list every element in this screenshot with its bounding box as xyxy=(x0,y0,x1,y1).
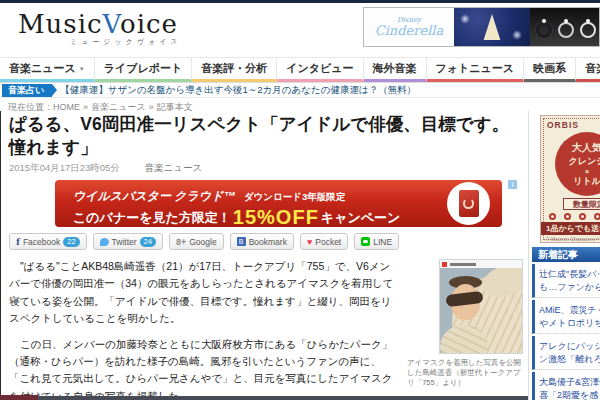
bottom-partial-banner xyxy=(38,396,528,400)
cinderella-title: Cinderella xyxy=(375,23,443,38)
ad-info-icon[interactable]: i xyxy=(508,180,517,189)
article-category-link[interactable]: 音楽ニュース xyxy=(145,162,203,173)
orbis-ad-banner[interactable]: ORBIS 大人気 クレンジ × リトル 数量限定 1品からでも送料無料 © M… xyxy=(540,115,600,243)
flower-illustration xyxy=(549,213,600,220)
ring-gem xyxy=(564,19,568,23)
nav-tab-overseas-music[interactable]: 海外音楽 xyxy=(364,58,427,82)
line-icon xyxy=(361,237,370,246)
orbis-circle-text: リトル xyxy=(555,175,600,188)
latest-article-line: AMiE、震災チャリティラ xyxy=(539,304,600,317)
twitter-share-count: 24 xyxy=(140,237,156,247)
pocket-icon: ♥ xyxy=(307,237,312,247)
nav-tab-movie[interactable]: 映画系 xyxy=(524,58,576,82)
latest-article-line: ン激怒「離れろ」 2015 xyxy=(539,353,600,366)
twitter-label: Twitter xyxy=(112,237,137,247)
cinderella-ad-banner[interactable]: Disney Cinderella xyxy=(363,7,600,47)
facebook-label: Facebook xyxy=(23,237,60,247)
silver-ring xyxy=(580,22,596,38)
ticker-headline-link[interactable]: 【健康運】サザンの名盤から導き出す今後1～2カ月のあなたの健康運は？（無料） xyxy=(60,84,416,97)
ad-offer-text: 15%OFF xyxy=(233,206,319,227)
ad-banner-area: ウイルスバスター クラウド™ ダウンロード3年版限定 このバナーを見た方限定！ … xyxy=(55,180,517,230)
ring-gem xyxy=(586,19,590,23)
facebook-share-button[interactable]: f Facebook 22 xyxy=(9,233,87,250)
site-logo-title: MusicVoice xyxy=(18,9,181,39)
nav-tab-label: 音楽ニュース xyxy=(9,61,76,76)
nav-tab-label: 音楽評・分析 xyxy=(201,61,267,76)
site-header: MusicVoice ミュージックヴォイス Disney Cinderella xyxy=(0,3,600,57)
facebook-icon: f xyxy=(16,237,20,247)
nav-tab-label: 映画系 xyxy=(533,61,566,76)
latest-article-line: も…ファンからは好反応 xyxy=(539,281,600,294)
article-main-column: ぱるる、V6岡田准一リスペクト「アイドルで俳優、目標です。憧れます」 2015年… xyxy=(1,111,528,400)
flower-decor xyxy=(594,213,600,220)
app-username-text xyxy=(450,263,476,266)
nav-tab-review-analysis[interactable]: 音楽評・分析 xyxy=(192,58,277,82)
latest-article-line: 大島優子&宮澤佐江の" xyxy=(539,376,600,389)
orbis-circle-text: クレンジ xyxy=(555,155,600,168)
ring-gem xyxy=(542,19,546,23)
rings-image xyxy=(530,8,599,46)
logo-text: oice xyxy=(120,9,178,39)
main-navigation: 音楽ニュース ▼ ライブレポート 音楽評・分析 インタビュー 海外音楽 フォトニ… xyxy=(0,57,600,83)
app-755-logo xyxy=(442,262,447,267)
article-body: アイマスクを着用した写真を公開した島崎遥香（新世代トークアプリ「755」より） … xyxy=(9,258,528,400)
twitter-share-button[interactable]: Twitter 24 xyxy=(93,233,163,250)
nav-tab-music-news[interactable]: 音楽ニュース ▼ xyxy=(0,58,95,82)
fortune-badge[interactable]: 音楽占い xyxy=(2,84,52,97)
flower-decor xyxy=(549,213,556,220)
orbis-campaign-circle: 大人気 クレンジ × リトル xyxy=(555,132,600,196)
virus-buster-ad-banner[interactable]: ウイルスバスター クラウド™ ダウンロード3年版限定 このバナーを見た方限定！ … xyxy=(55,180,502,227)
article-meta: 2015年04月17日23時05分 音楽ニュース xyxy=(9,162,528,175)
google-plus-icon: 8+ xyxy=(176,237,186,247)
ad-cta-suffix: キャンペーン xyxy=(321,209,401,227)
latest-article-item[interactable]: 大島優子&宮澤佐江の" 喜「2期愛を感じるね」 xyxy=(532,372,600,400)
article-photo[interactable] xyxy=(439,259,523,354)
flower-decor xyxy=(579,213,586,220)
bookmark-button[interactable]: B Bookmark xyxy=(230,233,294,250)
site-logo[interactable]: MusicVoice ミュージックヴォイス xyxy=(18,9,181,47)
orbis-limited-ribbon: 数量限定 xyxy=(563,198,600,210)
nav-tab-label: インタビュー xyxy=(286,61,353,76)
orbis-shipping-banner: 1品からでも送料無料 xyxy=(541,222,600,235)
site-logo-subtitle: ミュージックヴォイス xyxy=(70,37,181,47)
nav-tab-live-report[interactable]: ライブレポート xyxy=(95,58,193,82)
nav-tab-photo-news[interactable]: フォトニュース xyxy=(427,58,525,82)
orbis-circle-text: × xyxy=(555,168,600,175)
content-layout: ぱるる、V6岡田准一リスペクト「アイドルで俳優、目標です。憧れます」 2015年… xyxy=(0,111,600,400)
line-share-button[interactable]: LINE xyxy=(354,233,399,250)
nav-tab-label: 海外音楽 xyxy=(373,61,417,76)
latest-article-item[interactable]: 辻仁成"長髪バッサリ" も…ファンからは好反応 xyxy=(532,264,600,298)
ad-banner-line2: このバナーを見た方限定！ 15%OFF キャンペーン xyxy=(73,206,502,227)
nav-tab-interview[interactable]: インタビュー xyxy=(277,58,363,82)
browser-viewport: MusicVoice ミュージックヴォイス Disney Cinderella xyxy=(0,0,600,400)
flower-decor xyxy=(564,213,571,220)
orbis-copyright: © Moomin Characters™ xyxy=(546,236,600,242)
news-ticker: 音楽占い 【健康運】サザンの名盤から導き出す今後1～2カ月のあなたの健康運は？（… xyxy=(0,83,600,98)
bottom-partial-banner-left xyxy=(0,395,38,400)
facebook-share-count: 22 xyxy=(63,237,79,247)
bookmark-label: Bookmark xyxy=(249,237,287,247)
nav-tab-music-book[interactable]: 音楽本 xyxy=(576,58,600,82)
cinderella-ad-text-panel: Disney Cinderella xyxy=(364,8,454,46)
software-box xyxy=(459,190,479,217)
nav-tab-label: ライブレポート xyxy=(104,61,183,76)
orbis-logo: ORBIS xyxy=(547,120,579,130)
photo-app-header xyxy=(440,260,522,268)
photo-caption: アイマスクを着用した写真を公開した島崎遥香（新世代トークアプリ「755」より） xyxy=(407,358,523,388)
bookmark-icon: B xyxy=(237,237,246,246)
sparkle-decor xyxy=(512,30,522,40)
latest-article-line: アレクにバッシング、小 xyxy=(539,340,600,353)
google-plus-button[interactable]: 8+ Google xyxy=(169,233,224,250)
ad-banner-line1: ウイルスバスター クラウド™ ダウンロード3年版限定 xyxy=(73,186,502,205)
cinderella-dress-silhouette xyxy=(481,14,503,40)
pocket-button[interactable]: ♥ Pocket xyxy=(300,233,348,250)
latest-article-item[interactable]: アレクにバッシング、小 ン激怒「離れろ」 2015 xyxy=(532,336,600,370)
ad-condition: ダウンロード3年版限定 xyxy=(244,191,345,202)
pocket-label: Pocket xyxy=(315,237,341,247)
latest-article-item[interactable]: AMiE、震災チャリティラ やメトロポリちゃんV出演 xyxy=(532,300,600,334)
orbis-circle-text: 大人気 xyxy=(555,141,600,155)
right-sidebar: ORBIS 大人気 クレンジ × リトル 数量限定 1品からでも送料無料 © M… xyxy=(528,111,600,400)
latest-article-line: やメトロポリちゃんV出演 xyxy=(539,317,600,330)
latest-article-line: 辻仁成"長髪バッサリ" xyxy=(539,268,600,281)
box-swirl-decor xyxy=(463,198,474,209)
